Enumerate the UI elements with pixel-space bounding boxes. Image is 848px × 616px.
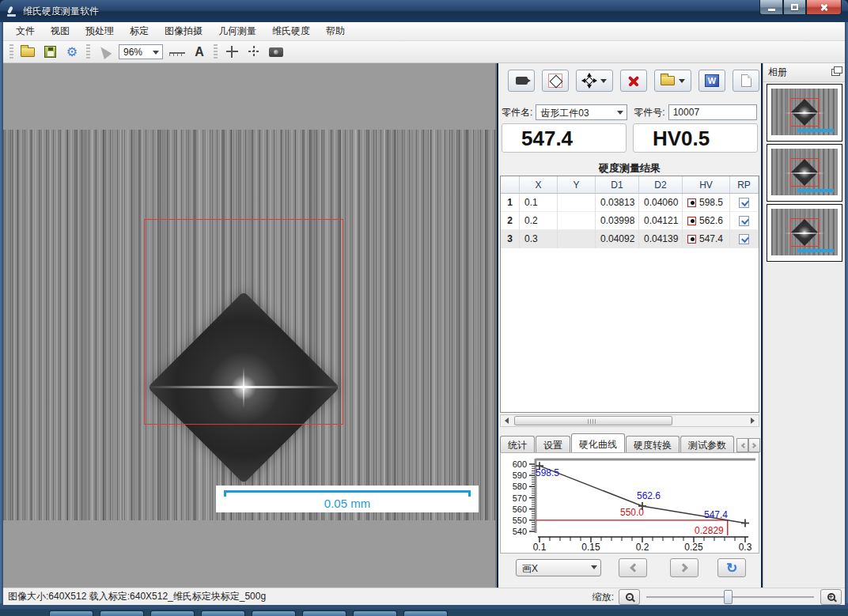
table-cell[interactable]: 0.04092 <box>596 230 639 248</box>
measure-tool-button[interactable] <box>167 43 187 62</box>
table-cell[interactable] <box>558 212 596 230</box>
table-cell[interactable]: 0.03813 <box>596 194 639 212</box>
hv-cell[interactable]: 562.6 <box>683 212 730 230</box>
settings-button[interactable]: ⚙ <box>62 43 82 62</box>
table-row[interactable]: 20.20.039980.04121562.6 <box>501 212 759 230</box>
scroll-left-arrow[interactable] <box>501 415 513 426</box>
scrollbar-thumb[interactable] <box>514 416 672 425</box>
word-report-button[interactable]: W <box>698 70 725 92</box>
table-cell[interactable]: 0.04139 <box>639 230 683 248</box>
zoom-slider-thumb[interactable] <box>724 590 733 604</box>
table-cell[interactable] <box>558 194 596 212</box>
table-row[interactable]: 10.10.038130.04060598.5 <box>501 194 759 212</box>
crosshair-tool-button[interactable] <box>221 43 242 62</box>
select-cursor-button[interactable] <box>94 43 115 62</box>
text-tool-button[interactable]: A <box>189 43 210 62</box>
maximize-button[interactable] <box>783 0 806 15</box>
tab-scroll-right-button[interactable] <box>748 438 760 452</box>
part-name-select[interactable]: 齿形工件03 <box>536 104 627 120</box>
series-select[interactable]: 画X <box>516 559 601 576</box>
table-cell[interactable]: 0.04121 <box>639 212 683 230</box>
column-header[interactable]: D1 <box>596 176 639 193</box>
previous-point-button[interactable] <box>619 558 647 577</box>
tab-scroll-left-button[interactable] <box>736 438 748 452</box>
taskbar-button-2[interactable] <box>150 610 195 616</box>
thumbnail-image <box>771 89 838 135</box>
hv-cell[interactable]: 598.5 <box>683 194 730 212</box>
zoom-slider[interactable] <box>646 589 814 605</box>
thumbnail-image <box>771 149 838 195</box>
rp-checkbox[interactable] <box>739 216 749 226</box>
album-thumbnail-0[interactable] <box>767 84 842 142</box>
table-cell[interactable]: 0.3 <box>520 230 558 248</box>
menu-item-4[interactable]: 图像拍摄 <box>157 22 210 40</box>
zoom-in-button[interactable]: + <box>820 589 842 605</box>
table-cell[interactable]: 1 <box>501 194 520 212</box>
zoom-level-select[interactable]: 96% <box>119 44 163 59</box>
load-image-button[interactable] <box>654 70 691 92</box>
table-row[interactable]: 30.30.040920.04139547.4 <box>501 230 759 248</box>
delete-result-button[interactable] <box>620 70 647 92</box>
part-no-input[interactable]: 10007 <box>668 104 757 120</box>
menu-item-5[interactable]: 几何测量 <box>210 22 264 40</box>
taskbar-button-7[interactable] <box>403 610 448 616</box>
table-cell[interactable]: 2 <box>501 212 520 230</box>
video-capture-button[interactable] <box>508 70 535 92</box>
scroll-right-arrow[interactable] <box>747 415 759 426</box>
taskbar-button-1[interactable] <box>100 610 144 616</box>
column-header[interactable]: HV <box>683 176 730 193</box>
new-document-button[interactable] <box>733 70 759 92</box>
column-header[interactable]: Y <box>558 176 596 193</box>
taskbar-button-6[interactable] <box>353 610 397 616</box>
taskbar-button-5[interactable] <box>302 610 346 616</box>
chevron-down-icon[interactable] <box>600 79 607 83</box>
close-button[interactable] <box>806 0 842 15</box>
column-header[interactable]: X <box>520 176 558 193</box>
save-button[interactable] <box>40 43 60 62</box>
column-header[interactable] <box>501 176 520 193</box>
taskbar-button-0[interactable] <box>49 610 93 616</box>
column-header[interactable]: D2 <box>639 176 683 193</box>
tab-2[interactable]: 硬化曲线 <box>571 433 625 452</box>
menu-item-7[interactable]: 帮助 <box>318 22 353 40</box>
album-thumbnail-2[interactable] <box>767 204 842 262</box>
refresh-chart-button[interactable]: ↻ <box>717 558 746 577</box>
tab-1[interactable]: 设置 <box>536 436 570 452</box>
table-cell[interactable]: 0.04060 <box>639 194 683 212</box>
menu-item-1[interactable]: 视图 <box>43 22 78 40</box>
capture-button[interactable] <box>266 43 286 62</box>
table-cell[interactable]: 0.03998 <box>596 212 639 230</box>
float-panel-icon[interactable] <box>831 69 840 76</box>
menu-item-3[interactable]: 标定 <box>122 22 157 40</box>
next-point-button[interactable] <box>670 558 698 577</box>
table-horizontal-scrollbar[interactable] <box>500 414 759 427</box>
column-header[interactable]: RP <box>730 176 759 193</box>
measurement-rectangle[interactable] <box>144 219 343 425</box>
plus-crosshair-icon <box>226 46 238 58</box>
minimize-button[interactable] <box>759 0 783 15</box>
taskbar-button-3[interactable] <box>201 610 245 616</box>
tab-4[interactable]: 测试参数 <box>680 436 734 452</box>
menu-item-0[interactable]: 文件 <box>8 22 43 40</box>
table-cell[interactable]: 3 <box>501 230 520 248</box>
chevron-down-icon[interactable] <box>679 79 685 83</box>
center-target-button[interactable] <box>244 43 264 62</box>
rp-checkbox[interactable] <box>739 198 749 208</box>
zoom-out-button[interactable]: - <box>619 589 640 605</box>
detect-indent-button[interactable] <box>542 70 569 92</box>
menu-item-2[interactable]: 预处理 <box>78 22 122 40</box>
windows-taskbar[interactable] <box>0 609 848 616</box>
table-cell[interactable]: 0.1 <box>520 194 558 212</box>
taskbar-button-4[interactable] <box>252 610 296 616</box>
tab-0[interactable]: 统计 <box>500 436 535 452</box>
table-cell[interactable]: 0.2 <box>520 212 558 230</box>
menu-item-6[interactable]: 维氏硬度 <box>264 22 318 40</box>
open-file-button[interactable] <box>17 43 38 62</box>
tab-3[interactable]: 硬度转换 <box>626 436 680 452</box>
album-thumbnail-1[interactable] <box>767 144 842 202</box>
rp-checkbox[interactable] <box>739 234 749 244</box>
hv-cell[interactable]: 547.4 <box>683 230 730 248</box>
image-viewport[interactable]: 0.05 mm <box>3 63 497 588</box>
table-cell[interactable] <box>558 230 596 248</box>
move-indent-button[interactable] <box>576 70 613 92</box>
